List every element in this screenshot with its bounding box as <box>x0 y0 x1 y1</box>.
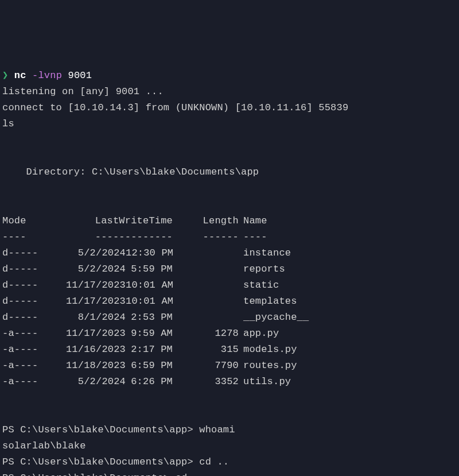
cell-time: 9:59 AM <box>126 326 177 342</box>
cell-time: 10:01 AM <box>126 277 177 293</box>
cell-mode: -a---- <box>2 326 42 342</box>
directory-header: Directory: C:\Users\blake\Documents\app <box>2 164 457 180</box>
cell-length: 1278 <box>177 326 243 342</box>
listening-line: listening on [any] 9001 ... <box>2 84 457 100</box>
cell-name: utils.py <box>243 374 291 390</box>
ls-command: ls <box>2 116 457 132</box>
directory-listing: d-----5/2/202412:30 PMinstanced-----5/2/… <box>2 245 457 390</box>
blank-line <box>2 197 457 213</box>
cell-time: 2:53 PM <box>126 309 177 326</box>
cell-mode: d----- <box>2 277 42 293</box>
cell-date: 11/17/2023 <box>42 293 126 309</box>
cell-time: 10:01 AM <box>126 293 177 309</box>
ps-output: solarlab\blake <box>2 440 86 451</box>
blank-line <box>2 390 457 406</box>
cell-date: 11/18/2023 <box>42 358 126 374</box>
rule-mode: ---- <box>2 229 42 245</box>
nc-arg: 9001 <box>68 70 92 81</box>
rule-length: ------ <box>177 229 243 245</box>
cell-date: 8/1/2024 <box>42 309 126 326</box>
cell-time: 6:59 PM <box>126 358 177 374</box>
rule-name: ---- <box>243 229 267 245</box>
cell-time: 5:59 PM <box>126 261 177 277</box>
nc-command-line: ❯ nc -lvnp 9001 <box>2 68 457 84</box>
cell-mode: -a---- <box>2 342 42 358</box>
cell-name: instance <box>243 245 291 261</box>
cell-name: reports <box>243 261 285 277</box>
ps-command: cd .. <box>199 456 229 467</box>
cell-time: 6:26 PM <box>126 374 177 390</box>
cell-mode: d----- <box>2 293 42 309</box>
cell-date: 5/2/2024 <box>42 245 126 261</box>
cell-date: 5/2/2024 <box>42 374 126 390</box>
ps-line: solarlab\blake <box>2 438 457 454</box>
blank-line <box>2 406 457 422</box>
terminal-output[interactable]: ❯ nc -lvnp 9001listening on [any] 9001 .… <box>2 68 457 476</box>
cell-mode: d----- <box>2 245 42 261</box>
ps-command: whoami <box>199 424 235 435</box>
table-row: -a----5/2/20246:26 PM3352utils.py <box>2 374 457 390</box>
cell-mode: d----- <box>2 309 42 326</box>
header-name: Name <box>243 213 267 229</box>
table-row: d-----11/17/202310:01 AMtemplates <box>2 293 457 309</box>
ps-line: PS C:\Users\blake\Documents> cd .. <box>2 470 457 476</box>
table-row: d-----5/2/202412:30 PMinstance <box>2 245 457 261</box>
table-row: d-----11/17/202310:01 AMstatic <box>2 277 457 293</box>
cell-name: templates <box>243 293 297 309</box>
blank-line <box>2 132 457 148</box>
cell-time: 2:17 PM <box>126 342 177 358</box>
cell-time: 12:30 PM <box>126 245 177 261</box>
connect-line: connect to [10.10.14.3] from (UNKNOWN) [… <box>2 100 457 116</box>
table-row: -a----11/17/20239:59 AM1278app.py <box>2 326 457 342</box>
ps-prompt: PS C:\Users\blake\Documents> <box>2 473 176 476</box>
cell-name: models.py <box>243 342 297 358</box>
table-row: -a----11/16/20232:17 PM315models.py <box>2 342 457 358</box>
cell-length: 3352 <box>177 374 243 390</box>
cell-mode: -a---- <box>2 358 42 374</box>
header-length: Length <box>177 213 243 229</box>
table-header-rule: --------------------------- <box>2 229 457 245</box>
cell-name: app.py <box>243 326 279 342</box>
table-header: ModeLastWriteTimeLengthName <box>2 213 457 229</box>
cell-date: 11/17/2023 <box>42 326 126 342</box>
cell-date: 11/17/2023 <box>42 277 126 293</box>
cell-name: routes.py <box>243 358 297 374</box>
ps-line: PS C:\Users\blake\Documents\app> whoami <box>2 422 457 438</box>
blank-line <box>2 181 457 197</box>
header-lastwritetime: LastWriteTime <box>42 213 177 229</box>
blank-line <box>2 148 457 164</box>
table-row: d-----8/1/20242:53 PM__pycache__ <box>2 309 457 326</box>
cell-mode: d----- <box>2 261 42 277</box>
cell-length: 7790 <box>177 358 243 374</box>
cell-date: 5/2/2024 <box>42 261 126 277</box>
table-row: -a----11/18/20236:59 PM7790routes.py <box>2 358 457 374</box>
cell-name: __pycache__ <box>243 309 309 326</box>
ps-line: PS C:\Users\blake\Documents\app> cd .. <box>2 454 457 470</box>
cell-mode: -a---- <box>2 374 42 390</box>
cell-name: static <box>243 277 279 293</box>
table-row: d-----5/2/20245:59 PMreports <box>2 261 457 277</box>
nc-flag: -lvnp <box>32 70 62 81</box>
header-mode: Mode <box>2 213 42 229</box>
nc-command: nc <box>14 70 26 81</box>
cell-length: 315 <box>177 342 243 358</box>
rule-lastwritetime: ------------- <box>42 229 177 245</box>
ps-command: cd .. <box>176 473 205 476</box>
ps-prompt: PS C:\Users\blake\Documents\app> <box>2 424 199 435</box>
cell-date: 11/16/2023 <box>42 342 126 358</box>
ps-prompt: PS C:\Users\blake\Documents\app> <box>2 456 199 467</box>
prompt-symbol: ❯ <box>2 70 8 81</box>
powershell-session: PS C:\Users\blake\Documents\app> whoamis… <box>2 422 457 476</box>
